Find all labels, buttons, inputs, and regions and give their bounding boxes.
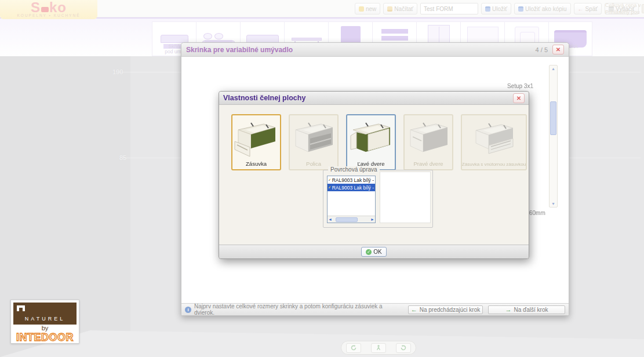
rotate-left-icon	[350, 344, 357, 351]
option-drawer[interactable]: Zásuvka	[231, 114, 281, 170]
option-label: Zásuvka s vnútornou zásuvkou	[462, 162, 526, 169]
modal-close-button[interactable]: ✕	[513, 93, 525, 103]
front-type-options: Zásuvka Polica	[231, 114, 527, 170]
next-step-button[interactable]: → Na ďalší krok	[488, 305, 565, 314]
surface-finish-group: Povrchová úprava RAL9003 Lak bílý - RAL9…	[323, 170, 433, 228]
scrollbar-thumb[interactable]	[550, 101, 556, 135]
previous-step-button[interactable]: ← Na predchádzajúci krok	[408, 305, 483, 314]
modal-title: Vlastnosti čelnej plochy	[223, 94, 513, 102]
option-label: Polica	[306, 161, 321, 169]
listbox-horizontal-scrollbar[interactable]: ◄ ►	[328, 216, 375, 223]
paintbrush-icon	[329, 185, 331, 190]
surface-finish-item-selected[interactable]: RAL9003 Lak bílý -	[328, 184, 375, 191]
step-indicator: 4 / 5	[536, 46, 548, 53]
person-icon	[375, 344, 382, 351]
modal-title-bar: Vlastnosti čelnej plochy ✕	[219, 92, 529, 105]
scroll-left-icon[interactable]: ◄	[328, 217, 332, 223]
intedoor-wordmark: INTEDOOR	[13, 332, 77, 343]
naturel-house-icon	[17, 305, 25, 311]
rotate-left-button[interactable]	[346, 343, 361, 353]
front-panel-properties-modal: Vlastnosti čelnej plochy ✕	[219, 91, 529, 259]
info-icon: i	[185, 307, 191, 313]
dialog-vertical-scrollbar[interactable]: ▲ ▼	[549, 65, 558, 207]
status-hint-text: Najprv nastavte celkové rozmery skrinky …	[194, 303, 403, 316]
modal-footer: ✓ OK	[219, 245, 529, 258]
surface-preview-panel	[380, 172, 431, 223]
option-drawer-inner-drawer[interactable]: Zásuvka s vnútornou zásuvkou	[461, 114, 527, 170]
option-label: Pravé dvere	[413, 161, 443, 169]
dialog-title: Skrinka pre variabilné umývadlo	[186, 46, 536, 54]
right-door-preview-image	[406, 115, 451, 161]
green-check-icon: ✓	[366, 249, 372, 255]
surface-finish-item[interactable]: RAL9003 Lak bílý -	[328, 176, 375, 184]
dialog-title-bar: Skrinka pre variabilné umývadlo 4 / 5 ✕	[181, 43, 569, 57]
walk-view-button[interactable]	[371, 343, 386, 353]
inner-drawer-preview-image	[471, 115, 516, 162]
surface-finish-legend: Povrchová úprava	[328, 166, 380, 173]
scroll-down-icon[interactable]: ▼	[550, 202, 557, 206]
app-window: 240 190 85 Skříň pod umy	[0, 0, 644, 357]
dialog-close-button[interactable]: ✕	[552, 45, 564, 54]
green-left-arrow-icon: ←	[411, 306, 417, 313]
shelf-preview-image	[291, 115, 336, 161]
rotate-right-icon	[400, 344, 407, 351]
measure-60mm: 60mm	[529, 210, 545, 216]
view-control-bar	[341, 341, 416, 355]
scroll-right-icon[interactable]: ►	[370, 217, 374, 223]
setup-label: Setup 3x1	[507, 83, 533, 89]
intedoor-naturel-logo: NATUREL by INTEDOOR	[10, 300, 79, 344]
green-right-arrow-icon: →	[505, 306, 512, 313]
naturel-wordmark: NATUREL	[25, 316, 65, 322]
rotate-right-button[interactable]	[396, 343, 411, 353]
left-door-preview-image	[348, 115, 394, 161]
dialog-status-bar: i Najprv nastavte celkové rozmery skrink…	[181, 303, 569, 315]
surface-finish-listbox[interactable]: RAL9003 Lak bílý - RAL9003 Lak bílý - ◄ …	[327, 176, 376, 223]
option-shelf[interactable]: Polica	[289, 114, 339, 170]
option-left-door[interactable]: Ľavé dvere	[346, 114, 396, 170]
paintbrush-icon	[329, 177, 331, 183]
hscrollbar-thumb[interactable]	[336, 217, 358, 222]
option-right-door[interactable]: Pravé dvere	[403, 114, 453, 170]
drawer-preview-image	[234, 115, 279, 161]
ok-button[interactable]: ✓ OK	[361, 247, 386, 257]
option-label: Zásuvka	[246, 161, 267, 169]
scroll-up-icon[interactable]: ▲	[550, 67, 557, 71]
